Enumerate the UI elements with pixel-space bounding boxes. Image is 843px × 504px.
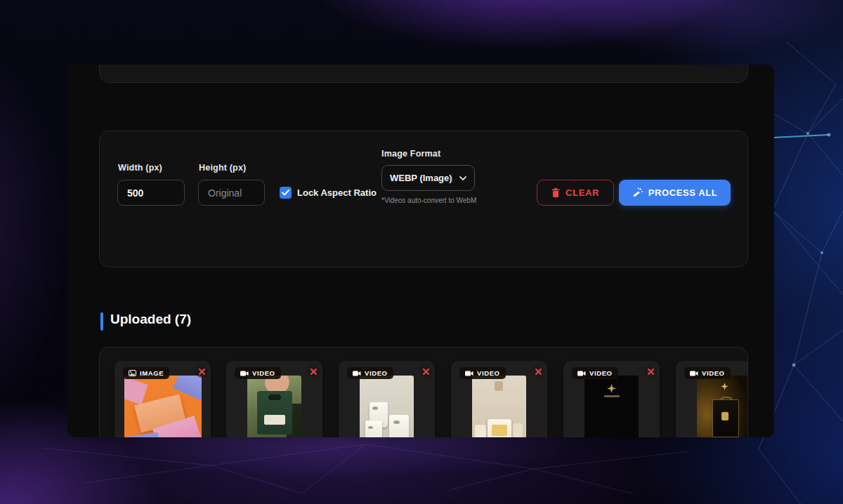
clear-button-label: CLEAR bbox=[566, 187, 599, 198]
video-icon bbox=[577, 371, 586, 376]
type-badge: IMAGE bbox=[123, 367, 169, 379]
lock-aspect-ratio-checkbox[interactable] bbox=[280, 187, 292, 199]
thumbnail-video[interactable] bbox=[697, 376, 748, 437]
remove-file-button[interactable] bbox=[195, 365, 208, 378]
close-icon bbox=[199, 369, 205, 375]
upload-card: VIDEO bbox=[451, 361, 547, 437]
thumbnail-video[interactable] bbox=[472, 376, 526, 437]
format-note: *Videos auto-convert to WebM bbox=[381, 197, 476, 204]
close-icon bbox=[648, 369, 654, 375]
lock-aspect-ratio-label[interactable]: Lock Aspect Ratio bbox=[297, 187, 377, 198]
type-badge: VIDEO bbox=[572, 367, 618, 379]
thumbnail-video[interactable] bbox=[584, 376, 639, 437]
remove-file-button[interactable] bbox=[644, 365, 657, 378]
upload-card: IMAGE bbox=[115, 361, 211, 437]
remove-file-button[interactable] bbox=[532, 365, 544, 378]
check-icon bbox=[282, 190, 289, 196]
video-icon bbox=[353, 371, 361, 376]
video-icon bbox=[690, 371, 698, 376]
image-format-selected-value: WEBP (Image) bbox=[390, 173, 452, 183]
image-format-select[interactable]: WEBP (Image) bbox=[381, 165, 475, 191]
settings-panel: Width (px) Height (px) Lock Aspect Ratio… bbox=[99, 131, 748, 267]
upload-card: VIDEO bbox=[676, 361, 748, 437]
section-accent-bar bbox=[100, 312, 103, 331]
app-main-panel: Width (px) Height (px) Lock Aspect Ratio… bbox=[67, 65, 774, 437]
uploaded-section-title: Uploaded (7) bbox=[110, 312, 191, 327]
close-icon bbox=[311, 369, 317, 375]
image-icon bbox=[129, 370, 136, 376]
width-label: Width (px) bbox=[118, 163, 162, 173]
video-icon bbox=[465, 371, 473, 376]
image-format-label: Image Format bbox=[381, 149, 440, 159]
close-icon bbox=[423, 369, 429, 375]
height-label: Height (px) bbox=[199, 163, 246, 173]
magic-wand-icon bbox=[632, 187, 643, 198]
type-badge: VIDEO bbox=[347, 367, 393, 379]
upload-card: VIDEO bbox=[563, 361, 660, 437]
close-icon bbox=[535, 369, 542, 375]
plexus-mesh-bottom bbox=[0, 427, 702, 504]
type-badge: VIDEO bbox=[684, 367, 731, 379]
clear-button[interactable]: CLEAR bbox=[537, 180, 614, 206]
trash-icon bbox=[551, 188, 560, 198]
width-input[interactable] bbox=[117, 180, 185, 206]
process-all-button-label: PROCESS ALL bbox=[648, 187, 718, 198]
remove-file-button[interactable] bbox=[307, 365, 320, 378]
upload-dropzone-partial bbox=[99, 65, 748, 83]
upload-card: VIDEO bbox=[226, 361, 322, 437]
chevron-down-icon bbox=[459, 176, 466, 180]
type-badge: VIDEO bbox=[235, 367, 281, 379]
upload-card: VIDEO bbox=[339, 361, 435, 437]
thumbnail-video[interactable] bbox=[360, 376, 414, 437]
height-input[interactable] bbox=[198, 180, 265, 206]
thumbnail-video[interactable] bbox=[247, 376, 301, 437]
remove-file-button[interactable] bbox=[419, 365, 432, 378]
process-all-button[interactable]: PROCESS ALL bbox=[619, 180, 731, 206]
video-icon bbox=[240, 371, 249, 376]
thumbnail-image[interactable] bbox=[124, 376, 202, 437]
type-badge: VIDEO bbox=[459, 367, 506, 379]
uploaded-grid-panel: IMAGE VIDEO bbox=[99, 347, 748, 437]
